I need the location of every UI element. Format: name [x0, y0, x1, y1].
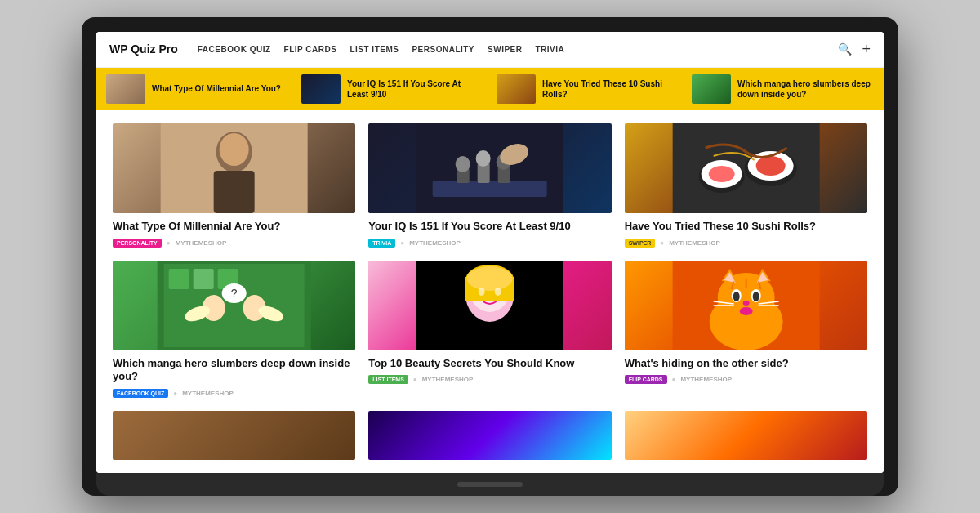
- navbar: WP Quiz Pro FACEBOOK QUIZ FLIP CARDS LIS…: [96, 32, 884, 68]
- screen: WP Quiz Pro FACEBOOK QUIZ FLIP CARDS LIS…: [96, 32, 884, 474]
- preview-img-3: [625, 411, 867, 460]
- card-title-sushi: Have You Tried These 10 Sushi Rolls?: [625, 220, 867, 234]
- card-author-millennial: MYTHEMESHOP: [176, 239, 227, 247]
- card-chess[interactable]: Your IQ Is 151 If You Score At Least 9/1…: [368, 123, 611, 248]
- card-meta-millennial: PERSONALITY ● MYTHEMESHOP: [113, 239, 355, 248]
- svg-rect-22: [169, 269, 189, 289]
- card-meta-sushi: SWIPER ● MYTHEMESHOP: [625, 239, 867, 248]
- card-sushi[interactable]: Have You Tried These 10 Sushi Rolls? SWI…: [625, 123, 867, 248]
- svg-rect-2: [214, 171, 255, 213]
- nav-trivia[interactable]: TRIVIA: [536, 45, 565, 54]
- card-meta-manga: FACEBOOK QUIZ ● MYTHEMESHOP: [113, 389, 355, 398]
- svg-text:?: ?: [231, 287, 238, 300]
- svg-rect-5: [433, 181, 547, 197]
- svg-point-37: [467, 266, 513, 291]
- card-author-beauty: MYTHEMESHOP: [422, 376, 474, 383]
- preview-card-3[interactable]: [625, 411, 867, 460]
- card-image-cat: [625, 261, 867, 350]
- svg-point-10: [476, 150, 491, 167]
- card-image-sushi: [625, 123, 867, 213]
- banner-title-manga: Which manga hero slumbers deep down insi…: [737, 78, 874, 100]
- card-title-cat: What's hiding on the other side?: [625, 357, 867, 371]
- banner-item[interactable]: Have You Tried These 10 Sushi Rolls?: [497, 74, 679, 104]
- card-title-millennial: What Type Of Millennial Are You?: [113, 220, 355, 234]
- badge-list-items[interactable]: LIST ITEMS: [368, 375, 408, 384]
- preview-card-2[interactable]: [368, 411, 611, 460]
- badge-flip-cards[interactable]: FLIP CARDS: [625, 375, 667, 384]
- banner-item[interactable]: Your IQ Is 151 If You Score At Least 9/1…: [301, 74, 483, 104]
- preview-img-2: [368, 411, 611, 460]
- banner-thumb-chess: [301, 74, 341, 104]
- card-millennial[interactable]: What Type Of Millennial Are You? PERSONA…: [113, 123, 355, 248]
- card-author-sushi: MYTHEMESHOP: [669, 239, 720, 247]
- banner-thumb-sushi: [497, 74, 536, 104]
- banner-item[interactable]: What Type Of Millennial Are You?: [106, 74, 288, 104]
- card-image-chess: [368, 123, 611, 213]
- nav-flip-cards[interactable]: FLIP CARDS: [284, 45, 337, 54]
- banner-thumb-millennial: [106, 74, 145, 104]
- svg-point-51: [742, 301, 749, 306]
- card-image-millennial: [113, 123, 355, 213]
- laptop-frame: WP Quiz Pro FACEBOOK QUIZ FLIP CARDS LIS…: [82, 17, 898, 497]
- nav-personality[interactable]: PERSONALITY: [412, 45, 474, 54]
- svg-point-19: [755, 156, 785, 176]
- card-manga[interactable]: ? Which manga hero slumbers deep down in…: [113, 261, 355, 399]
- nav-swiper[interactable]: SWIPER: [488, 45, 522, 54]
- svg-point-3: [220, 133, 249, 166]
- card-grid: What Type Of Millennial Are You? PERSONA…: [113, 123, 867, 399]
- banner-thumb-manga: [692, 74, 731, 104]
- svg-point-9: [456, 156, 470, 172]
- banner-item[interactable]: Which manga hero slumbers deep down insi…: [692, 74, 874, 104]
- badge-facebook-quiz[interactable]: FACEBOOK QUIZ: [113, 389, 168, 398]
- site-logo[interactable]: WP Quiz Pro: [109, 42, 178, 56]
- card-title-beauty: Top 10 Beauty Secrets You Should Know: [368, 357, 611, 371]
- svg-point-39: [495, 288, 501, 296]
- preview-row: [113, 411, 867, 460]
- card-meta-beauty: LIST ITEMS ● MYTHEMESHOP: [368, 375, 611, 384]
- svg-point-38: [479, 288, 485, 296]
- card-title-manga: Which manga hero slumbers deep down insi…: [113, 357, 355, 385]
- card-meta-chess: TRIVIA ● MYTHEMESHOP: [368, 239, 611, 248]
- card-author-manga: MYTHEMESHOP: [182, 390, 234, 397]
- badge-personality[interactable]: PERSONALITY: [113, 239, 162, 248]
- svg-point-52: [739, 307, 752, 315]
- banner-title-millennial: What Type Of Millennial Are You?: [152, 83, 281, 94]
- search-icon[interactable]: 🔍: [838, 42, 852, 56]
- svg-point-49: [733, 292, 739, 301]
- card-author-cat: MYTHEMESHOP: [680, 376, 732, 383]
- svg-rect-23: [194, 269, 214, 289]
- card-author-chess: MYTHEMESHOP: [409, 239, 461, 247]
- banner-title-chess: Your IQ Is 151 If You Score At Least 9/1…: [347, 78, 483, 100]
- main-content: What Type Of Millennial Are You? PERSONA…: [96, 110, 884, 474]
- preview-card-1[interactable]: [113, 411, 355, 460]
- svg-point-50: [752, 292, 759, 301]
- banner-title-sushi: Have You Tried These 10 Sushi Rolls?: [542, 78, 679, 100]
- card-beauty[interactable]: Top 10 Beauty Secrets You Should Know LI…: [368, 261, 611, 399]
- preview-img-1: [113, 411, 355, 460]
- nav-facebook-quiz[interactable]: FACEBOOK QUIZ: [198, 45, 271, 54]
- svg-point-16: [708, 166, 734, 182]
- card-title-chess: Your IQ Is 151 If You Score At Least 9/1…: [368, 220, 611, 234]
- card-image-manga: ?: [113, 261, 355, 350]
- badge-swiper[interactable]: SWIPER: [625, 239, 656, 248]
- card-image-beauty: [368, 261, 611, 350]
- nav-links: FACEBOOK QUIZ FLIP CARDS LIST ITEMS PERS…: [198, 45, 839, 54]
- card-cat[interactable]: What's hiding on the other side? FLIP CA…: [625, 261, 867, 399]
- featured-banner: What Type Of Millennial Are You? Your IQ…: [96, 68, 884, 110]
- plus-icon[interactable]: +: [862, 41, 871, 58]
- nav-list-items[interactable]: LIST ITEMS: [350, 45, 399, 54]
- badge-trivia[interactable]: TRIVIA: [368, 239, 395, 248]
- laptop-base: [96, 473, 884, 496]
- card-meta-cat: FLIP CARDS ● MYTHEMESHOP: [625, 375, 867, 384]
